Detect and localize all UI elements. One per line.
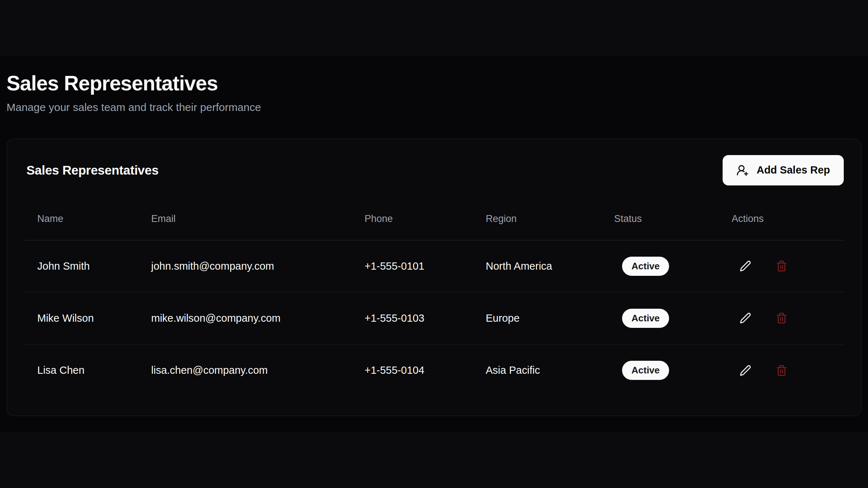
- rep-phone: +1-555-0101: [365, 260, 486, 272]
- page-title: Sales Representatives: [7, 72, 861, 95]
- add-sales-rep-label: Add Sales Rep: [757, 164, 830, 176]
- rep-name: John Smith: [37, 260, 151, 272]
- rep-name: Lisa Chen: [37, 364, 151, 376]
- rep-region: Asia Pacific: [486, 364, 614, 376]
- pencil-icon: [740, 312, 751, 324]
- status-badge: Active: [622, 361, 669, 380]
- rep-email: lisa.chen@company.com: [151, 364, 365, 376]
- page-subtitle: Manage your sales team and track their p…: [7, 101, 861, 114]
- edit-button[interactable]: [737, 362, 754, 379]
- sales-reps-card: Sales Representatives Add Sales Rep Name…: [7, 139, 861, 416]
- table-row: Lisa Chen lisa.chen@company.com +1-555-0…: [24, 344, 844, 397]
- edit-button[interactable]: [737, 309, 754, 327]
- delete-button[interactable]: [773, 362, 790, 379]
- status-badge: Active: [622, 309, 669, 328]
- status-badge: Active: [622, 257, 669, 276]
- rep-region: Europe: [486, 312, 614, 324]
- trash-icon: [776, 312, 787, 324]
- table-row: John Smith john.smith@company.com +1-555…: [24, 240, 844, 292]
- rep-phone: +1-555-0104: [365, 364, 486, 376]
- trash-icon: [776, 260, 787, 272]
- user-plus-icon: [736, 164, 749, 176]
- pencil-icon: [740, 365, 751, 376]
- card-title: Sales Representatives: [26, 163, 158, 177]
- rep-region: North America: [486, 260, 614, 272]
- main-content: Sales Representatives Manage your sales …: [0, 56, 868, 432]
- column-header-status: Status: [614, 213, 732, 224]
- rep-phone: +1-555-0103: [365, 312, 486, 324]
- table-header-row: Name Email Phone Region Status Actions: [24, 198, 844, 240]
- column-header-actions: Actions: [732, 213, 844, 224]
- table-row: Mike Wilson mike.wilson@company.com +1-5…: [24, 292, 844, 344]
- delete-button[interactable]: [773, 309, 790, 327]
- column-header-phone: Phone: [365, 213, 486, 224]
- column-header-region: Region: [486, 213, 614, 224]
- rep-name: Mike Wilson: [37, 312, 151, 324]
- rep-email: mike.wilson@company.com: [151, 312, 365, 324]
- trash-icon: [776, 365, 787, 376]
- rep-email: john.smith@company.com: [151, 260, 365, 272]
- pencil-icon: [740, 260, 751, 272]
- delete-button[interactable]: [773, 257, 790, 275]
- edit-button[interactable]: [737, 257, 754, 275]
- column-header-email: Email: [151, 213, 365, 224]
- add-sales-rep-button[interactable]: Add Sales Rep: [723, 155, 844, 185]
- column-header-name: Name: [37, 213, 151, 224]
- card-header: Sales Representatives Add Sales Rep: [24, 155, 844, 185]
